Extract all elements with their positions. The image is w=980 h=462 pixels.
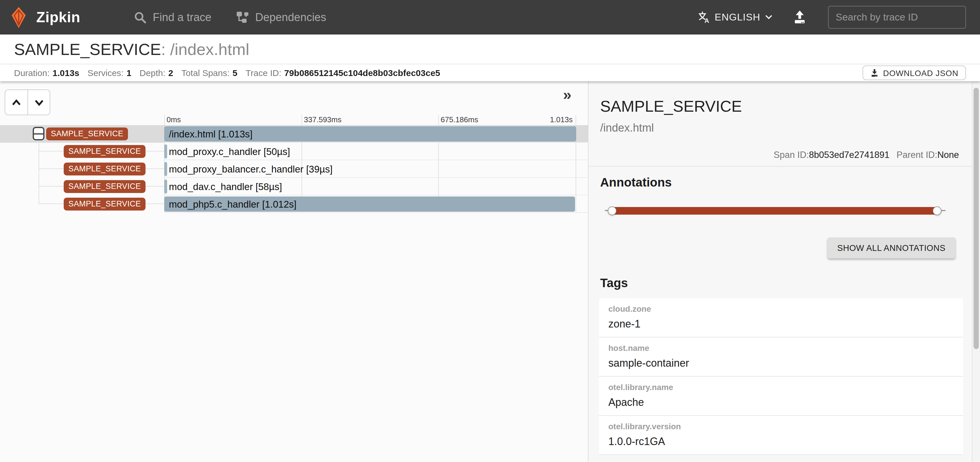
page-header: SAMPLE_SERVICE: /index.html Duration: 1.… — [0, 35, 980, 81]
tag-row-cloud-zone: cloud.zone zone-1 — [599, 298, 963, 338]
span-id-label: Span ID: — [774, 150, 809, 160]
download-json-label: DOWNLOAD JSON — [883, 68, 958, 78]
collapse-children-icon[interactable] — [33, 127, 45, 140]
main-area: » 0ms 337.593ms 675.186ms 1.013s SAMPLE_… — [0, 81, 980, 462]
annotations-title: Annotations — [600, 175, 963, 190]
title-service-name: SAMPLE_SERVICE — [14, 40, 161, 59]
span-detail-panel: SAMPLE_SERVICE /index.html Span ID:8b053… — [589, 81, 972, 462]
nav-dependencies-label: Dependencies — [255, 11, 326, 24]
dependencies-icon — [236, 11, 250, 24]
service-badge[interactable]: SAMPLE_SERVICE — [64, 198, 145, 210]
detail-service-name: SAMPLE_SERVICE — [600, 98, 963, 116]
language-selector[interactable]: A ENGLISH — [698, 11, 773, 23]
topbar: Zipkin Find a trace Dependencies — [0, 0, 980, 35]
slider-selected-range[interactable] — [612, 207, 937, 215]
tag-value: zone-1 — [608, 318, 954, 330]
service-badge[interactable]: SAMPLE_SERVICE — [46, 127, 128, 140]
span-label: mod_proxy_balancer.c_handler [39µs] — [169, 160, 332, 178]
vertical-scrollbar[interactable] — [972, 81, 980, 462]
span-bar[interactable] — [164, 145, 167, 158]
span-row-mod-proxy[interactable]: SAMPLE_SERVICE mod_proxy.c_handler [50µs… — [0, 143, 589, 160]
service-badge[interactable]: SAMPLE_SERVICE — [64, 145, 145, 158]
ruler-tick-1: 337.593ms — [304, 115, 342, 124]
span-row-mod-php5[interactable]: SAMPLE_SERVICE mod_php5.c_handler [1.012… — [0, 195, 589, 213]
span-row-mod-proxy-balancer[interactable]: SAMPLE_SERVICE mod_proxy_balancer.c_hand… — [0, 160, 589, 178]
span-bar-label: /index.html [1.013s] — [169, 128, 253, 140]
span-row-index-html[interactable]: SAMPLE_SERVICE /index.html [1.013s] — [0, 125, 589, 143]
scrollbar-thumb[interactable] — [974, 88, 979, 349]
span-row-mod-dav[interactable]: SAMPLE_SERVICE mod_dav.c_handler [58µs] — [0, 178, 589, 195]
ruler-tick-3: 1.013s — [550, 115, 573, 124]
tag-row-host-name: host.name sample-container — [599, 338, 963, 377]
span-bar[interactable]: /index.html [1.013s] — [164, 126, 576, 142]
chevron-down-icon — [765, 14, 773, 20]
service-badge[interactable]: SAMPLE_SERVICE — [64, 180, 145, 193]
trace-info-bar: Duration: 1.013s Services: 1 Depth: 2 To… — [0, 64, 980, 81]
tags-card: cloud.zone zone-1 host.name sample-conta… — [599, 298, 963, 455]
tag-key: cloud.zone — [608, 304, 954, 314]
span-id-value: 8b053ed7e2741891 — [809, 150, 889, 160]
tag-key: host.name — [608, 343, 954, 353]
tag-value: Apache — [608, 397, 954, 409]
tag-value: sample-container — [608, 357, 954, 370]
nav-find-label: Find a trace — [153, 11, 212, 24]
stat-duration: Duration: 1.013s — [14, 68, 80, 78]
next-span-button[interactable] — [27, 90, 50, 115]
stat-services: Services: 1 — [88, 68, 132, 78]
translate-icon: A — [698, 11, 710, 23]
nav-dependencies[interactable]: Dependencies — [236, 11, 326, 24]
nav-find-a-trace[interactable]: Find a trace — [134, 11, 212, 24]
download-json-button[interactable]: DOWNLOAD JSON — [862, 65, 966, 80]
span-label: mod_dav.c_handler [58µs] — [169, 178, 282, 195]
tag-key: otel.library.version — [608, 422, 954, 431]
parent-id-label: Parent ID: — [896, 150, 937, 160]
span-bar-label: mod_php5.c_handler [1.012s] — [169, 199, 297, 210]
stat-depth: Depth: 2 — [140, 68, 173, 78]
zipkin-app: Zipkin Find a trace Dependencies — [0, 0, 980, 462]
span-bar[interactable] — [164, 180, 167, 194]
search-input[interactable] — [828, 6, 966, 29]
page-title: SAMPLE_SERVICE: /index.html — [0, 35, 980, 64]
tag-key: otel.library.name — [608, 382, 954, 392]
annotations-range-slider — [605, 199, 945, 222]
stat-total-spans: Total Spans: 5 — [181, 68, 237, 78]
tag-row-otel-library-name: otel.library.name Apache — [599, 377, 963, 416]
tag-value: 1.0.0-rc1GA — [608, 436, 954, 448]
upload-icon[interactable] — [792, 10, 807, 25]
slider-handle-start[interactable] — [608, 206, 617, 215]
detail-endpoint: /index.html — [600, 122, 963, 134]
span-ids-row: Span ID:8b053ed7e2741891Parent ID:None — [600, 150, 963, 160]
span-bar[interactable] — [164, 162, 167, 176]
trace-timeline-panel: » 0ms 337.593ms 675.186ms 1.013s SAMPLE_… — [0, 81, 589, 462]
ruler-tick-0: 0ms — [167, 115, 181, 124]
search-icon — [134, 11, 147, 24]
slider-handle-end[interactable] — [933, 206, 942, 215]
prev-span-button[interactable] — [5, 90, 27, 115]
span-nav-buttons — [5, 89, 50, 115]
collapse-detail-icon[interactable]: » — [563, 86, 571, 104]
span-label: mod_proxy.c_handler [50µs] — [169, 143, 290, 160]
title-endpoint: : /index.html — [161, 40, 249, 59]
ruler-tick-2: 675.186ms — [441, 115, 478, 124]
tag-row-otel-library-version: otel.library.version 1.0.0-rc1GA — [599, 416, 963, 455]
language-label: ENGLISH — [715, 11, 760, 23]
download-icon — [870, 69, 879, 77]
svg-text:A: A — [705, 17, 710, 23]
service-badge[interactable]: SAMPLE_SERVICE — [64, 162, 145, 175]
parent-id-value: None — [937, 150, 959, 160]
span-rows: SAMPLE_SERVICE /index.html [1.013s] SAMP… — [0, 125, 589, 213]
brand-title: Zipkin — [36, 9, 80, 26]
span-bar[interactable]: mod_php5.c_handler [1.012s] — [164, 196, 575, 212]
show-all-annotations-button[interactable]: SHOW ALL ANNOTATIONS — [827, 237, 955, 258]
zipkin-logo[interactable] — [7, 6, 30, 29]
stat-trace-id: Trace ID: 79b086512145c104de8b03cbfec03c… — [246, 68, 440, 78]
tags-title: Tags — [600, 276, 963, 290]
detail-divider — [589, 166, 972, 167]
